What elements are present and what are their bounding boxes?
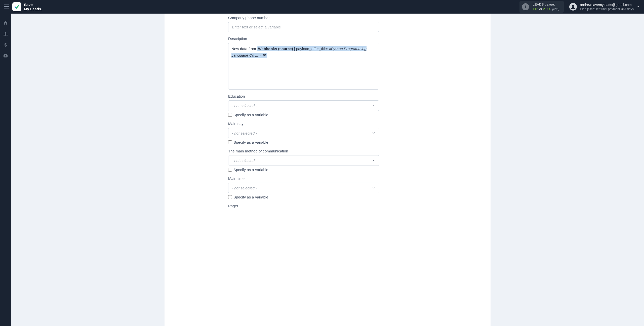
main-time-label: Main time — [228, 176, 427, 181]
education-label: Education — [228, 94, 427, 98]
svg-point-10 — [5, 55, 6, 56]
main-time-value: - not selected - — [232, 186, 257, 190]
leads-total: 2'000 — [543, 7, 551, 11]
svg-rect-2 — [4, 8, 9, 9]
svg-rect-0 — [4, 5, 9, 5]
main-method-variable-label[interactable]: Specify as a variable — [233, 168, 268, 172]
main-time-variable-row: Specify as a variable — [228, 195, 427, 199]
main-method-variable-checkbox[interactable] — [228, 168, 232, 172]
menu-toggle-icon[interactable] — [4, 4, 9, 10]
chip-sep: | payload_offer_title: — [293, 47, 329, 51]
main-time-variable-checkbox[interactable] — [228, 195, 232, 199]
leads-usage-title: LEADS usage: — [533, 2, 559, 7]
user-menu-caret-icon[interactable] — [636, 5, 640, 9]
leads-pct: (6%) — [552, 7, 559, 11]
main-time-variable-label[interactable]: Specify as a variable — [233, 195, 268, 199]
company-phone-label: Company phone number — [228, 16, 427, 20]
chevron-down-icon — [372, 158, 375, 163]
main-day-select[interactable]: - not selected - — [228, 128, 379, 138]
chevron-down-icon — [372, 104, 375, 108]
education-variable-label[interactable]: Specify as a variable — [233, 113, 268, 117]
brand-line1: Save — [24, 3, 42, 7]
sidebar-item-account[interactable] — [3, 53, 8, 59]
sidebar-item-billing[interactable]: $ — [3, 42, 8, 48]
brand-line2: My Leads. — [24, 7, 42, 11]
main-day-label: Main day — [228, 121, 427, 126]
svg-rect-1 — [4, 6, 9, 7]
education-select[interactable]: - not selected - — [228, 100, 379, 111]
info-icon: i — [522, 3, 529, 10]
education-variable-row: Specify as a variable — [228, 113, 427, 117]
education-variable-checkbox[interactable] — [228, 113, 232, 117]
chip-source: Webhooks (source) — [258, 47, 293, 51]
chevron-down-icon — [372, 131, 375, 135]
content-panel: Company phone number Description New dat… — [165, 14, 491, 326]
sidebar-item-connections[interactable] — [3, 31, 8, 37]
description-label: Description — [228, 36, 427, 41]
main-day-variable-row: Specify as a variable — [228, 140, 427, 144]
avatar-icon — [569, 3, 577, 11]
main-method-value: - not selected - — [232, 158, 257, 163]
main-day-variable-checkbox[interactable] — [228, 140, 232, 144]
education-value: - not selected - — [232, 104, 257, 108]
app-header: Save My Leads. i LEADS usage: 115 of 2'0… — [0, 0, 644, 14]
user-plan: Plan |Start| left until payment 365 days — [580, 7, 634, 11]
brand-name: Save My Leads. — [24, 3, 42, 11]
main-day-variable-label[interactable]: Specify as a variable — [233, 140, 268, 144]
main-time-select[interactable]: - not selected - — [228, 183, 379, 193]
main-area: Company phone number Description New dat… — [11, 14, 644, 326]
company-phone-input[interactable] — [228, 22, 379, 32]
main-day-value: - not selected - — [232, 131, 257, 135]
svg-rect-7 — [7, 35, 7, 35]
brand-logo-icon — [12, 2, 21, 11]
description-prefix: New data from — [231, 47, 257, 51]
user-email: andrewsavemyleads@gmail.com — [580, 3, 634, 7]
user-text: andrewsavemyleads@gmail.com Plan |Start|… — [580, 3, 634, 11]
leads-of: of — [539, 7, 543, 11]
sidebar: $ — [0, 14, 11, 326]
sidebar-item-home[interactable] — [3, 20, 8, 26]
main-method-label: The main method of communication — [228, 149, 427, 153]
main-method-select[interactable]: - not selected - — [228, 155, 379, 166]
pager-label: Pager — [228, 204, 427, 208]
leads-usage-values: 115 of 2'000 (6%) — [533, 7, 559, 11]
description-input[interactable]: New data from Webhooks (source) | payloa… — [228, 43, 379, 90]
svg-text:$: $ — [4, 43, 7, 48]
leads-usage-text: LEADS usage: 115 of 2'000 (6%) — [533, 2, 559, 11]
main-method-variable-row: Specify as a variable — [228, 168, 427, 172]
svg-rect-4 — [5, 32, 6, 33]
svg-rect-5 — [4, 35, 5, 35]
user-block[interactable]: andrewsavemyleads@gmail.com Plan |Start|… — [569, 3, 634, 11]
leads-used: 115 — [533, 7, 538, 11]
svg-rect-6 — [5, 35, 6, 35]
leads-usage-box[interactable]: i LEADS usage: 115 of 2'000 (6%) — [519, 1, 564, 13]
chevron-down-icon — [372, 186, 375, 190]
svg-point-3 — [572, 5, 574, 7]
chip-remove-icon[interactable]: ✖ — [263, 53, 266, 57]
